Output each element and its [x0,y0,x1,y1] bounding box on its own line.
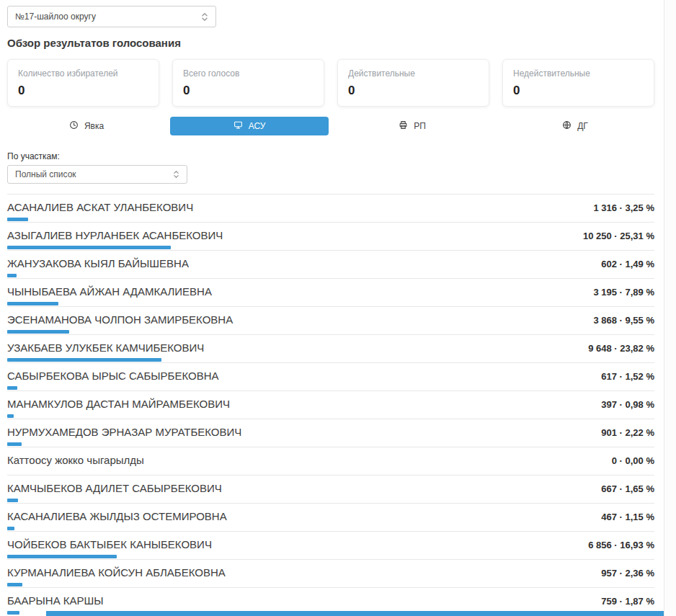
stat-label: Всего голосов [183,68,313,79]
result-row: КАМЧЫБЕКОВ АДИЛЕТ САБЫРБЕКОВИЧ 667 · 1,6… [7,475,654,503]
tab-label: ДГ [577,121,588,131]
stat-label: Недействительные [513,68,644,79]
main-content: №17-шайлоо округу Обзор результатов голо… [7,6,654,615]
vote-share-bar [7,555,117,558]
candidate-name: ЧЫНЫБАЕВА АЙЖАН АДАМКАЛИЕВНА [7,285,212,298]
stat-value: 0 [18,84,148,98]
candidate-name: КАМЧЫБЕКОВ АДИЛЕТ САБЫРБЕКОВИЧ [7,482,222,494]
vote-count-percent: 397 · 0,98 % [601,399,654,410]
vote-share-bar [7,414,14,418]
precinct-filter-label: По участкам: [7,151,654,161]
vote-share-bar [7,442,22,446]
page-title: Обзор результатов голосования [7,37,654,49]
vote-count-percent: 759 · 1,87 % [601,596,654,607]
result-row: Каттоосу жокко чыгарылды 0 · 0,00 % [7,447,654,475]
vote-share-bar [7,386,17,390]
vote-count-percent: 0 · 0,00 % [612,455,654,466]
result-row: САБЫРБЕКОВА ЫРЫС САБЫРБЕКОВНА 617 · 1,52… [7,362,654,390]
result-row: ЧОЙБЕКОВ БАКТЫБЕК КАНЫБЕКОВИЧ 6 856 · 16… [7,531,654,559]
result-row: УЗАКБАЕВ УЛУКБЕК КАМЧИБЕКОВИЧ 9 648 · 23… [7,334,654,362]
result-row: МАНАМКУЛОВ ДАСТАН МАЙРАМБЕКОВИЧ 397 · 0,… [7,390,654,419]
vote-share-bar [7,358,161,362]
result-row: КУРМАНАЛИЕВА КОЙСУН АБЛАБЕКОВНА 957 · 2,… [7,559,654,587]
vote-share-bar [7,302,58,305]
vote-count-percent: 617 · 1,52 % [601,371,654,382]
district-select-value: №17-шайлоо округу [15,12,96,22]
clock-icon [69,120,79,132]
stat-value: 0 [513,84,644,98]
stat-card-invalid: Недействительные 0 [502,59,654,107]
tab-yavka[interactable]: Явка [7,117,166,135]
candidate-name: САБЫРБЕКОВА ЫРЫС САБЫРБЕКОВНА [7,370,219,382]
tab-asu[interactable]: АСУ [170,117,329,135]
vote-count-percent: 602 · 1,49 % [601,259,654,269]
candidate-name: АСАНАЛИЕВ АСКАТ УЛАНБЕКОВИЧ [7,201,193,213]
tab-label: АСУ [249,121,266,131]
vote-count-percent: 1 316 · 3,25 % [593,202,654,213]
candidate-name: КАСАНАЛИЕВА ЖЫЛДЫЗ ОСТЕМИРОВНА [7,510,227,522]
result-row: АСАНАЛИЕВ АСКАТ УЛАНБЕКОВИЧ 1 316 · 3,25… [7,194,654,222]
candidate-name: НУРМУХАМЕДОВ ЭРНАЗАР МУРАТБЕКОВИЧ [7,426,241,438]
candidate-name: МАНАМКУЛОВ ДАСТАН МАЙРАМБЕКОВИЧ [7,398,230,410]
stat-value: 0 [348,84,479,98]
candidate-name: УЗАКБАЕВ УЛУКБЕК КАМЧИБЕКОВИЧ [7,342,204,354]
candidate-name: ЖАНУЗАКОВА КЫЯЛ БАЙЫШЕВНА [7,257,189,269]
vote-share-bar [7,218,28,221]
chevron-up-down-icon [173,170,179,179]
vote-count-percent: 901 · 2,22 % [601,427,654,438]
stat-card-total-votes: Всего голосов 0 [172,59,324,107]
vote-count-percent: 6 856 · 16,93 % [588,540,654,550]
view-tabs: Явка АСУ РП ДГ [7,117,654,135]
candidate-name: КУРМАНАЛИЕВА КОЙСУН АБЛАБЕКОВНА [7,566,226,579]
vote-share-bar [7,527,14,530]
horizontal-scrollbar-thumb[interactable] [46,611,664,616]
vote-count-percent: 957 · 2,36 % [601,568,654,579]
result-row: ЖАНУЗАКОВА КЫЯЛ БАЙЫШЕВНА 602 · 1,49 % [7,250,654,278]
results-list: АСАНАЛИЕВ АСКАТ УЛАНБЕКОВИЧ 1 316 · 3,25… [7,194,654,615]
vote-count-percent: 10 250 · 25,31 % [583,231,654,241]
tab-label: РП [414,121,426,131]
result-row: АЗЫГАЛИЕВ НУРЛАНБЕК АСАНБЕКОВИЧ 10 250 ·… [7,222,654,250]
vote-count-percent: 3 195 · 7,89 % [593,287,654,298]
precinct-select[interactable]: Полный список [7,165,187,184]
vote-count-percent: 9 648 · 23,82 % [588,343,654,354]
candidate-name: АЗЫГАЛИЕВ НУРЛАНБЕК АСАНБЕКОВИЧ [7,229,223,241]
vote-share-bar [7,611,19,615]
stat-label: Количество избирателей [18,68,148,79]
candidate-name: ЧОЙБЕКОВ БАКТЫБЕК КАНЫБЕКОВИЧ [7,538,212,550]
candidate-name: ЭСЕНАМАНОВА ЧОЛПОН ЗАМИРБЕКОВНА [7,313,233,326]
vote-count-percent: 667 · 1,65 % [601,483,654,494]
stat-label: Действительные [348,68,479,79]
vote-share-bar [7,330,69,334]
result-row: ЭСЕНАМАНОВА ЧОЛПОН ЗАМИРБЕКОВНА 3 868 · … [7,306,654,334]
district-select[interactable]: №17-шайлоо округу [7,6,216,27]
result-row: КАСАНАЛИЕВА ЖЫЛДЫЗ ОСТЕМИРОВНА 467 · 1,1… [7,503,654,531]
printer-icon [399,120,408,132]
stat-card-voters: Количество избирателей 0 [7,59,159,107]
globe-icon [562,120,572,132]
chevron-up-down-icon [201,12,208,22]
monitor-icon [234,120,243,132]
vote-share-bar [7,274,17,277]
stat-card-valid: Действительные 0 [337,59,489,107]
vote-count-percent: 467 · 1,15 % [601,512,654,522]
candidate-name: БААРЫНА КАРШЫ [7,594,104,607]
result-row: НУРМУХАМЕДОВ ЭРНАЗАР МУРАТБЕКОВИЧ 901 · … [7,419,654,447]
precinct-select-value: Полный список [15,169,76,179]
candidate-name: Каттоосу жокко чыгарылды [7,454,144,466]
result-row: ЧЫНЫБАЕВА АЙЖАН АДАМКАЛИЕВНА 3 195 · 7,8… [7,278,654,306]
vote-share-bar [7,499,18,502]
stat-cards: Количество избирателей 0 Всего голосов 0… [7,59,654,107]
vertical-scrollbar[interactable] [664,0,676,616]
vote-share-bar [7,583,22,586]
tab-label: Явка [84,121,104,131]
stat-value: 0 [183,84,313,98]
tab-dg[interactable]: ДГ [496,117,654,135]
tab-rp[interactable]: РП [333,117,492,135]
vote-count-percent: 3 868 · 9,55 % [593,315,654,326]
vote-share-bar [7,246,171,249]
